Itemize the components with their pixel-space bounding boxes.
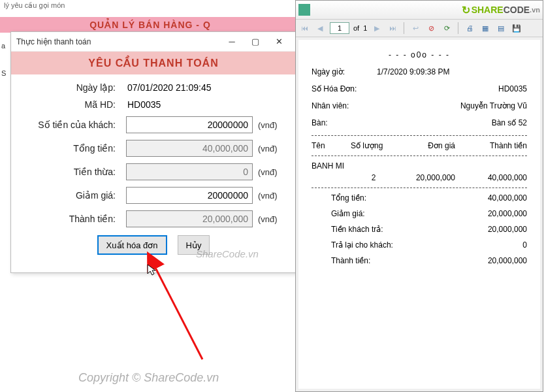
layout-icon[interactable]: ▦	[479, 22, 491, 34]
unit-3: (vnđ)	[253, 167, 285, 177]
r-discount-label: Giảm giá:	[312, 209, 416, 218]
r-total-label: Tổng tiền:	[312, 193, 416, 203]
r-discount-value: 20,000,000	[416, 209, 527, 218]
export-invoice-button[interactable]: Xuất hóa đơn	[97, 235, 167, 255]
cancel-button[interactable]: Hủy	[178, 235, 210, 255]
close-button[interactable]: ✕	[267, 33, 291, 50]
r-staff-value: Nguyễn Trường Vũ	[377, 101, 527, 110]
date-label: Ngày lập:	[22, 82, 126, 93]
r-change-label: Trả lại cho khách:	[312, 240, 416, 250]
total-label: Tổng tiền:	[22, 143, 126, 154]
r-final-value: 20,000,000	[416, 256, 527, 265]
next-page-icon: ▶	[371, 22, 383, 34]
maximize-button[interactable]: ▢	[244, 33, 267, 50]
page-setup-icon[interactable]: ▤	[495, 22, 507, 34]
discount-input[interactable]	[126, 187, 253, 204]
r-datetime-value: 1/7/2020 9:09:38 PM	[377, 67, 527, 76]
customer-money-label: Số tiền của khách:	[22, 120, 126, 130]
discount-label: Giảm giá:	[22, 190, 126, 201]
stop-icon[interactable]: ⊘	[425, 22, 437, 34]
refresh-icon[interactable]: ⟳	[441, 22, 453, 34]
print-icon[interactable]: 🖨	[464, 22, 475, 34]
background-left-slice: a S	[0, 33, 9, 86]
watermark-big: Copyright © ShareCode.vn	[78, 371, 219, 385]
first-page-icon: ⏮	[298, 22, 310, 34]
last-page-icon: ⏭	[387, 22, 398, 34]
receipt-window: ↻ SHARECODE.vn ⏮ ◀ of 1 ▶ ⏭ ↩ ⊘ ⟳ 🖨 ▦ ▤ …	[295, 0, 543, 392]
report-toolbar: ⏮ ◀ of 1 ▶ ⏭ ↩ ⊘ ⟳ 🖨 ▦ ▤ 💾	[296, 19, 543, 37]
minimize-button[interactable]: ─	[220, 33, 244, 50]
back-icon: ↩	[409, 22, 421, 34]
brand-logo: ↻ SHARECODE.vn	[462, 4, 540, 16]
dialog-title: Thực hiện thanh toán	[16, 37, 220, 46]
unit-5: (vnđ)	[253, 214, 285, 224]
page-total: 1	[363, 24, 367, 32]
page-number-input[interactable]	[330, 22, 349, 34]
r-datetime-label: Ngày giờ:	[312, 67, 377, 76]
unit-4: (vnđ)	[253, 191, 285, 201]
customer-money-input[interactable]	[126, 116, 253, 133]
receipt-item-line: 2 20,000,000 40,000,000	[312, 173, 527, 182]
receipt-body: - - - o0o - - - Ngày giờ:1/7/2020 9:09:3…	[298, 40, 540, 389]
background-header: QUẢN LÝ BÁN HÀNG - Q	[0, 17, 300, 33]
dialog-header: YÊU CẦU THANH TOÁN	[11, 52, 296, 74]
unit-1: (vnđ)	[253, 120, 285, 130]
r-total-value: 40,000,000	[416, 193, 527, 203]
final-input	[126, 210, 253, 227]
date-value: 07/01/2020 21:09:45	[126, 82, 253, 93]
total-input	[126, 140, 253, 157]
prev-page-icon: ◀	[314, 22, 326, 34]
final-label: Thành tiền:	[22, 214, 126, 224]
receipt-ornament: - - - o0o - - -	[312, 50, 527, 59]
code-value: HD0035	[126, 99, 253, 110]
of-label: of	[353, 24, 359, 32]
unit-2: (vnđ)	[253, 144, 285, 154]
code-label: Mã HD:	[22, 99, 126, 110]
app-icon	[298, 4, 310, 16]
export-icon[interactable]: 💾	[511, 22, 522, 34]
annotation-arrow	[150, 261, 216, 368]
change-input	[126, 163, 253, 180]
r-paid-value: 20,000,000	[416, 225, 527, 234]
r-change-value: 0	[416, 240, 527, 250]
receipt-columns: Tên Số lượng Đơn giá Thành tiền	[312, 141, 527, 150]
svg-line-0	[154, 265, 202, 359]
r-staff-label: Nhân viên:	[312, 101, 377, 110]
r-invoice-value: HD0035	[377, 84, 527, 93]
payment-dialog: Thực hiện thanh toán ─ ▢ ✕ YÊU CẦU THANH…	[10, 31, 296, 273]
r-invoice-label: Số Hóa Đơn:	[312, 84, 377, 93]
change-label: Tiền thừa:	[22, 167, 126, 177]
r-table-label: Bàn:	[312, 118, 377, 127]
receipt-titlebar[interactable]: ↻ SHARECODE.vn	[296, 1, 543, 19]
r-paid-label: Tiền khách trả:	[312, 225, 416, 234]
dialog-titlebar[interactable]: Thực hiện thanh toán ─ ▢ ✕	[11, 32, 296, 52]
receipt-item-name: BANH MI	[312, 161, 527, 171]
r-table-value: Bàn số 52	[377, 118, 527, 127]
r-final-label: Thành tiền:	[312, 256, 416, 265]
